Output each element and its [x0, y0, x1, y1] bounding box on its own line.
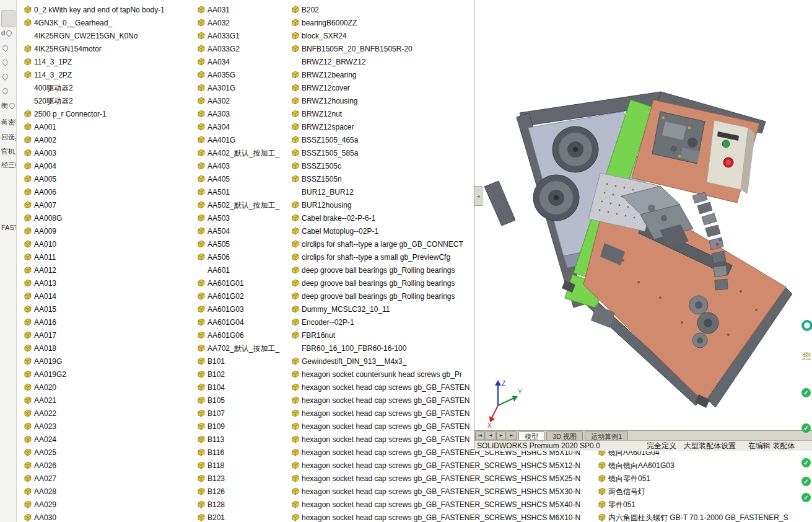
part-list-item[interactable]: AA018	[24, 342, 165, 355]
part-list-item[interactable]: AA021	[24, 394, 165, 407]
part-list-item[interactable]: 520驱动器2	[24, 94, 165, 107]
part-list-item[interactable]: AA002	[24, 133, 165, 146]
tab-motion-study[interactable]: 运动算例1	[585, 431, 628, 441]
status-check-icon[interactable]: ✓	[801, 493, 811, 502]
nav-first-button[interactable]: |◀	[475, 431, 485, 440]
part-list-item[interactable]: B123	[197, 472, 279, 485]
part-list-item[interactable]: hexagon socket head cap screws gb_GB_FAS…	[291, 498, 580, 511]
part-list-item[interactable]: AA030	[24, 511, 165, 522]
part-list-item[interactable]: AA033G1	[197, 29, 279, 42]
part-list-item[interactable]: AA301G	[197, 81, 279, 94]
part-list-item[interactable]: AA031	[197, 3, 279, 16]
part-list-item[interactable]: B109	[197, 420, 279, 433]
part-list-item[interactable]: AA401G	[197, 133, 279, 146]
part-list-item[interactable]: 4GN3K_0__Gearhead_	[24, 16, 165, 29]
part-list-item[interactable]: AA501	[197, 185, 279, 198]
part-list-item[interactable]: AA302	[197, 94, 279, 107]
side-strip-item[interactable]	[1, 71, 16, 82]
part-list-item[interactable]: B128	[197, 498, 279, 511]
part-list-item[interactable]: AA033G2	[197, 42, 279, 55]
part-list-item[interactable]: AA001	[24, 120, 165, 133]
nav-next-button[interactable]: ▶	[496, 431, 506, 440]
part-list-item[interactable]: 内六角圆柱头螺钉 GB-T 70.1-2000 GB_FASTENER_S	[598, 511, 788, 522]
part-list-item[interactable]: AA015	[24, 303, 165, 316]
part-list-item[interactable]: AA503	[197, 211, 279, 224]
side-strip-item[interactable]: 蒋密诶	[1, 117, 16, 128]
side-strip-item[interactable]: 回选莫	[1, 131, 16, 143]
side-strip-item[interactable]: d	[1, 27, 16, 38]
part-list-item[interactable]: AA601G03	[197, 303, 279, 316]
part-list-item[interactable]: AA402_默认_按加工_	[197, 146, 279, 159]
side-strip-button[interactable]	[1, 10, 15, 27]
side-strip-item[interactable]	[1, 56, 16, 68]
side-strip-item[interactable]: 经三维	[1, 159, 16, 170]
3d-viewport[interactable]: Z Y X ◂	[474, 0, 812, 430]
part-list-item[interactable]: AA702_默认_按加工_	[197, 342, 279, 355]
part-list-item[interactable]: AA010	[24, 237, 165, 250]
part-list-item[interactable]: AA014	[24, 290, 165, 303]
part-list-item[interactable]: AA011	[24, 250, 165, 263]
side-strip-item[interactable]: 衡	[1, 100, 16, 111]
part-list-item[interactable]: hexagon socket head cap screws gb_GB_FAS…	[291, 472, 580, 485]
part-list-item[interactable]: AA028	[24, 485, 165, 498]
part-list-item[interactable]: AA601	[197, 263, 279, 276]
viewport-collapse-tab[interactable]: ◂	[474, 186, 482, 206]
part-list-item[interactable]: B201	[197, 511, 279, 522]
part-list-item[interactable]: AA303	[197, 107, 279, 120]
part-list-item[interactable]: AA034	[197, 55, 279, 68]
part-list-item[interactable]: B113	[197, 433, 279, 446]
part-list-item[interactable]: AA403	[197, 159, 279, 172]
part-list-item[interactable]: 镜向镜向AA601G03	[598, 459, 788, 472]
part-list-item[interactable]: 4IK25RGN_CW2E15GN_K0No	[24, 29, 165, 42]
side-strip-item[interactable]	[1, 42, 16, 53]
side-strip-item[interactable]	[1, 85, 16, 96]
part-list-item[interactable]: AA026	[24, 459, 165, 472]
status-large-assembly[interactable]: 大型装配体设置	[684, 441, 736, 450]
part-list-item[interactable]: 两色信号灯	[598, 485, 788, 498]
part-list-item[interactable]: B126	[197, 485, 279, 498]
part-list-item[interactable]: B118	[197, 459, 279, 472]
side-strip-item[interactable]: FAST	[1, 222, 16, 233]
part-list-item[interactable]: AA504	[197, 224, 279, 237]
part-list-item[interactable]: AA405	[197, 172, 279, 185]
nav-previous-button[interactable]: ◀	[486, 431, 495, 440]
tab-model[interactable]: 模型	[518, 431, 544, 441]
part-list-item[interactable]: 400驱动器2	[24, 81, 165, 94]
part-list-item[interactable]: AA029	[24, 498, 165, 511]
part-list-item[interactable]: AA019G	[24, 355, 165, 368]
part-list-item[interactable]: AA601G01	[197, 276, 279, 290]
part-list-item[interactable]: B101	[197, 355, 279, 368]
part-list-item[interactable]: hexagon socket head cap screws gb_GB_FAS…	[291, 459, 580, 472]
part-list-item[interactable]: B102	[197, 368, 279, 381]
part-list-item[interactable]: AA017	[24, 329, 165, 342]
part-list-item[interactable]: AA006	[24, 185, 165, 198]
part-list-item[interactable]: AA019G2	[24, 368, 165, 381]
part-list-item[interactable]: 4IK25RGN154motor	[24, 42, 165, 55]
part-list-item[interactable]: AA016	[24, 316, 165, 329]
part-list-item[interactable]: AA601G04	[197, 316, 279, 329]
part-list-item[interactable]: AA020	[24, 381, 165, 394]
part-list-item[interactable]: AA506	[197, 250, 279, 263]
part-list-item[interactable]: B107	[197, 407, 279, 420]
part-list-item[interactable]: AA012	[24, 263, 165, 276]
part-list-item[interactable]: 0_2 kWith key and end of tapNo body-1	[24, 3, 165, 16]
part-list-item[interactable]: AA008G	[24, 211, 165, 224]
part-list-item[interactable]: AA027	[24, 472, 165, 485]
part-list-item[interactable]: AA024	[24, 433, 165, 446]
part-list-item[interactable]: AA003	[24, 146, 165, 159]
part-list-item[interactable]: hexagon socket head cap screws gb_GB_FAS…	[291, 485, 580, 498]
part-list-item[interactable]: B116	[197, 446, 279, 459]
part-list-item[interactable]: AA022	[24, 407, 165, 420]
floating-app-ball-icon[interactable]	[801, 320, 812, 331]
part-list-item[interactable]: AA004	[24, 159, 165, 172]
part-list-item[interactable]: AA013	[24, 276, 165, 290]
part-list-item[interactable]: AA035G	[197, 68, 279, 81]
part-list-item[interactable]: AA005	[24, 172, 165, 185]
part-list-item[interactable]: AA601G06	[197, 329, 279, 342]
part-list-item[interactable]: AA032	[197, 16, 279, 29]
part-list-item[interactable]: AA007	[24, 198, 165, 211]
part-list-item[interactable]: AA009	[24, 224, 165, 237]
part-list-item[interactable]: AA502_默认_按加工_	[197, 198, 279, 211]
part-list-item[interactable]: 114_3_1PZ	[24, 55, 165, 68]
part-list-item[interactable]: AA505	[197, 237, 279, 250]
